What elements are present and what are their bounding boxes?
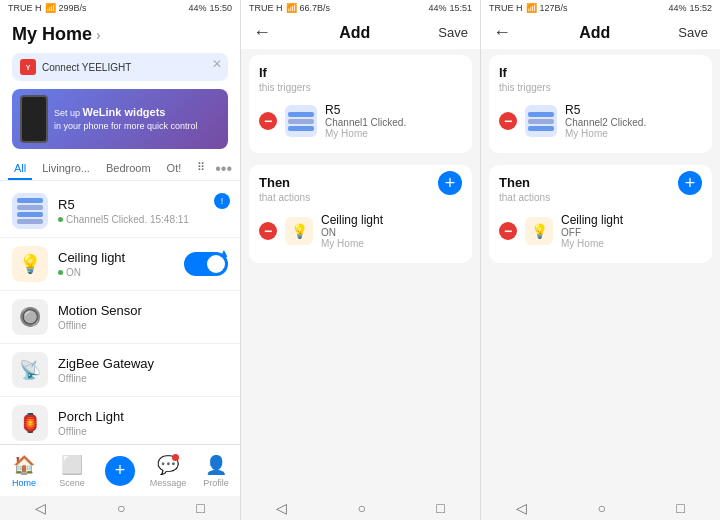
r5-trigger-icon-middle xyxy=(285,105,317,137)
system-nav-middle: ◁ ○ □ xyxy=(241,496,480,520)
status-right-right: 44% 15:52 xyxy=(668,3,712,13)
then-section-right: Then that actions + − 💡 Ceiling light OF… xyxy=(489,165,712,263)
device-name-porch: Porch Light xyxy=(58,409,228,424)
if-section-right: If this triggers − R5 Channel2 Clicked. … xyxy=(489,55,712,153)
if-section-middle: If this triggers − R5 Channel1 Clicked. … xyxy=(249,55,472,153)
nav-profile[interactable]: 👤 Profile xyxy=(192,445,240,496)
battery: 44% xyxy=(188,3,206,13)
motion-sensor-icon: 🔘 xyxy=(12,299,48,335)
list-item[interactable]: 🔘 Motion Sensor Offline xyxy=(0,291,240,344)
carrier: TRUE H xyxy=(8,3,42,13)
if-sub-right: this triggers xyxy=(499,82,702,93)
notification-badge: ! xyxy=(214,193,230,209)
trigger-info-middle: R5 Channel1 Clicked. My Home xyxy=(325,103,406,139)
device-status-sensor: Offline xyxy=(58,320,228,331)
status-left-mid: TRUE H 📶 66.7B/s xyxy=(249,3,330,13)
yeelight-label: Connect YEELIGHT xyxy=(42,62,131,73)
device-status-porch: Offline xyxy=(58,426,228,437)
system-nav-left: ◁ ○ □ xyxy=(0,496,240,520)
promo-text: Set up WeLink widgets in your phone for … xyxy=(54,105,220,133)
nav-message[interactable]: 💬 Message xyxy=(144,445,192,496)
trigger-item-middle[interactable]: − R5 Channel1 Clicked. My Home xyxy=(259,99,462,143)
scene-nav-icon: ⬜ xyxy=(61,454,83,476)
then-label-middle: Then xyxy=(259,175,310,190)
trigger-item-right[interactable]: − R5 Channel2 Clicked. My Home xyxy=(499,99,702,143)
status-bar-left: TRUE H 📶 299B/s 44% 15:50 xyxy=(0,0,240,16)
device-name-sensor: Motion Sensor xyxy=(58,303,228,318)
promo-banner[interactable]: Set up WeLink widgets in your phone for … xyxy=(12,89,228,149)
time-mid: 15:51 xyxy=(449,3,472,13)
device-info-ceiling: Ceiling light ON xyxy=(58,250,174,278)
back-button-right[interactable]: ← xyxy=(493,22,511,43)
scene-title-right: Add xyxy=(579,24,610,42)
back-button-middle[interactable]: ← xyxy=(253,22,271,43)
remove-action-button-right[interactable]: − xyxy=(499,222,517,240)
list-item[interactable]: 🏮 Porch Light Offline xyxy=(0,397,240,444)
home-sys-icon-right[interactable]: ○ xyxy=(598,500,606,516)
more-tabs-icon[interactable]: ••• xyxy=(215,160,232,178)
device-name-gateway: ZigBee Gateway xyxy=(58,356,228,371)
status-right-mid: 44% 15:51 xyxy=(428,3,472,13)
remove-trigger-button-right[interactable]: − xyxy=(499,112,517,130)
remove-action-button-middle[interactable]: − xyxy=(259,222,277,240)
speed-mid: 66.7B/s xyxy=(300,3,331,13)
then-sub-right: that actions xyxy=(499,192,550,203)
nav-scene[interactable]: ⬜ Scene xyxy=(48,445,96,496)
home-title: My Home xyxy=(12,24,92,45)
add-nav-icon[interactable]: + xyxy=(105,456,135,486)
yeelight-logo: Y xyxy=(20,59,36,75)
signal-right: 📶 xyxy=(526,3,537,13)
message-nav-icon: 💬 xyxy=(157,454,179,476)
list-item[interactable]: 💡 Ceiling light ON ▲ xyxy=(0,238,240,291)
nav-home[interactable]: 🏠 Home xyxy=(0,445,48,496)
back-sys-icon-mid[interactable]: ◁ xyxy=(276,500,287,516)
action-item-right[interactable]: − 💡 Ceiling light OFF My Home xyxy=(499,209,702,253)
remove-trigger-button-middle[interactable]: − xyxy=(259,112,277,130)
expand-icon[interactable]: ▲ xyxy=(218,246,230,260)
scene-title-middle: Add xyxy=(339,24,370,42)
battery-mid: 44% xyxy=(428,3,446,13)
back-sys-icon-right[interactable]: ◁ xyxy=(516,500,527,516)
if-label-right: If xyxy=(499,65,702,80)
if-sub-middle: this triggers xyxy=(259,82,462,93)
tab-bedroom[interactable]: Bedroom xyxy=(100,158,157,180)
action-info-middle: Ceiling light ON My Home xyxy=(321,213,383,249)
back-sys-icon[interactable]: ◁ xyxy=(35,500,46,516)
status-bar-right: TRUE H 📶 127B/s 44% 15:52 xyxy=(481,0,720,16)
recents-sys-icon[interactable]: □ xyxy=(196,500,204,516)
tab-other[interactable]: Ot! xyxy=(161,158,188,180)
carrier-mid: TRUE H xyxy=(249,3,283,13)
signal-mid: 📶 xyxy=(286,3,297,13)
chevron-right-icon: › xyxy=(96,27,101,43)
time-left: 15:50 xyxy=(209,3,232,13)
then-sub-middle: that actions xyxy=(259,192,310,203)
save-button-middle[interactable]: Save xyxy=(438,25,468,40)
status-left: TRUE H 📶 299B/s xyxy=(8,3,87,13)
home-nav-icon: 🏠 xyxy=(13,454,35,476)
add-action-button-right[interactable]: + xyxy=(678,171,702,195)
add-action-button-middle[interactable]: + xyxy=(438,171,462,195)
recents-sys-icon-mid[interactable]: □ xyxy=(436,500,444,516)
device-status-gateway: Offline xyxy=(58,373,228,384)
action-item-middle[interactable]: − 💡 Ceiling light ON My Home xyxy=(259,209,462,253)
yeelight-banner[interactable]: Y Connect YEELIGHT ✕ xyxy=(12,53,228,81)
device-name-ceiling: Ceiling light xyxy=(58,250,174,265)
r5-device-icon xyxy=(12,193,48,229)
device-name-r5: R5 xyxy=(58,197,228,212)
porch-light-icon: 🏮 xyxy=(12,405,48,441)
tab-grid[interactable]: ⠿ xyxy=(191,157,211,180)
recents-sys-icon-right[interactable]: □ xyxy=(676,500,684,516)
close-icon[interactable]: ✕ xyxy=(212,57,222,71)
list-item[interactable]: R5 Channel5 Clicked. 15:48:11 ! xyxy=(0,185,240,238)
home-sys-icon[interactable]: ○ xyxy=(117,500,125,516)
nav-add[interactable]: + xyxy=(96,445,144,496)
signal-bars: 📶 xyxy=(45,3,56,13)
tab-all[interactable]: All xyxy=(8,158,32,180)
tab-livingroom[interactable]: Livingro... xyxy=(36,158,96,180)
list-item[interactable]: 📡 ZigBee Gateway Offline xyxy=(0,344,240,397)
save-button-right[interactable]: Save xyxy=(678,25,708,40)
home-sys-icon-mid[interactable]: ○ xyxy=(358,500,366,516)
notification-dot xyxy=(172,454,179,461)
battery-right: 44% xyxy=(668,3,686,13)
phone-icon xyxy=(20,95,48,143)
